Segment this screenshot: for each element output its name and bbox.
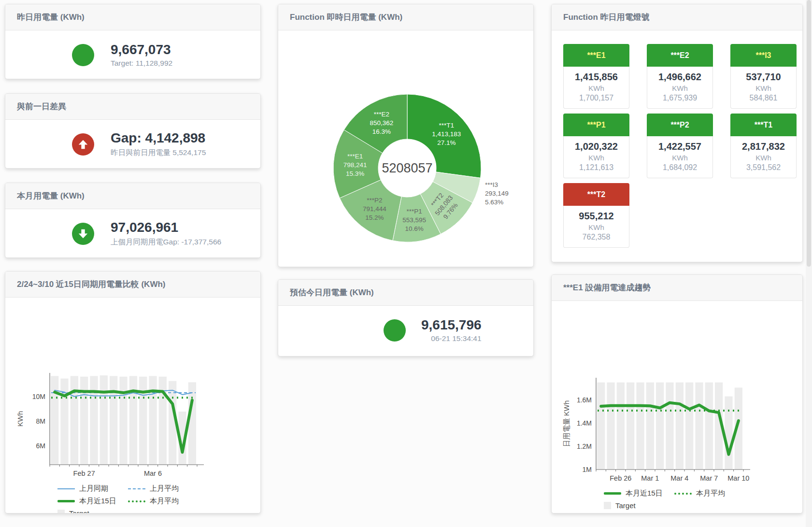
legend-label: Target: [615, 501, 636, 510]
legend-label: 本月平均: [696, 489, 725, 498]
legend-item[interactable]: 本月近15日: [604, 489, 666, 498]
lamp-target-value: 584,861: [733, 94, 794, 102]
y-tick-label: 8M: [36, 417, 45, 425]
lamp-tile: ***T2955,212KWh762,358: [563, 183, 629, 248]
lamp-tile: ***E21,496,662KWh1,675,939: [647, 44, 713, 109]
stat-body: 97,026,961 上個月同期用電Gap: -17,377,566: [5, 209, 260, 258]
e1-trend-line-chart: 1M1.2M1.4M1.6MFeb 26Mar 1Mar 4Mar 7Mar 1…: [561, 372, 774, 484]
target-bar: [685, 383, 693, 470]
y-axis-title: KWh: [16, 411, 24, 427]
legend-item[interactable]: 本月平均: [128, 497, 190, 506]
card-title: ***E1 設備用電達成趨勢: [552, 275, 802, 301]
day-gap-subtitle: 昨日與前日用電量 5,524,175: [111, 148, 206, 158]
legend-item[interactable]: 上月平均: [128, 484, 190, 493]
lamp-tile-body: 1,415,856KWh1,700,157: [563, 67, 629, 109]
target-bar: [51, 376, 58, 465]
lamp-value: 1,415,856: [566, 71, 627, 83]
lamp-unit: KWh: [566, 154, 627, 162]
lamp-tile-header: ***E1: [563, 44, 629, 67]
target-bar: [149, 376, 157, 465]
lamp-value: 2,817,832: [733, 141, 794, 152]
target-bar: [705, 383, 713, 470]
lamp-tile-header: ***T1: [730, 114, 797, 136]
lamp-value: 537,710: [733, 71, 794, 83]
target-bar: [159, 377, 167, 465]
target-bar: [188, 382, 196, 465]
y-tick-label: 1.2M: [577, 442, 592, 450]
x-tick-label: Mar 4: [670, 474, 688, 482]
y-tick-label: 10M: [32, 393, 45, 400]
lamp-target-value: 762,358: [566, 233, 627, 242]
donut-slice-label: ***I3293,1495.63%: [484, 181, 508, 206]
lamp-tile: ***I3537,710KWh584,861: [730, 44, 797, 109]
stat-body: 9,667,073 Target: 11,128,992: [5, 30, 260, 79]
legend-label: 上月同期: [79, 484, 108, 493]
target-bar: [695, 383, 703, 470]
target-bar: [71, 376, 78, 465]
lamp-value: 1,020,322: [566, 141, 627, 152]
legend-line-swatch-icon: [128, 488, 145, 489]
x-tick-label: Mar 7: [700, 474, 718, 482]
target-bar: [676, 383, 684, 470]
vertical-scrollbar[interactable]: [806, 0, 812, 527]
lamp-unit: KWh: [566, 84, 627, 92]
legend-label: 本月平均: [150, 497, 179, 506]
card-lamp-status: Function 昨日用電燈號 ***E11,415,856KWh1,700,1…: [551, 4, 803, 262]
card-estimate-today: 預估今日用電量 (KWh) 9,615,796 06-21 15:34:41: [278, 279, 534, 356]
legend-label: 上月平均: [150, 484, 179, 493]
x-tick-label: Mar 6: [144, 470, 162, 477]
estimate-today-value: 9,615,796: [421, 317, 482, 333]
lamp-grid: ***E11,415,856KWh1,700,157***E21,496,662…: [552, 30, 802, 248]
target-bar: [100, 375, 108, 465]
legend-label: Target: [69, 509, 89, 513]
legend-item[interactable]: 本月近15日: [57, 497, 119, 506]
legend-item[interactable]: Target: [57, 509, 119, 513]
target-bar: [725, 396, 732, 470]
lamp-tile-body: 2,817,832KWh3,591,562: [730, 136, 797, 178]
target-bar: [666, 383, 673, 470]
status-ok-icon: [384, 319, 406, 342]
lamp-tile-body: 955,212KWh762,358: [563, 206, 629, 248]
lamp-tile: ***P21,422,557KWh1,684,092: [647, 114, 713, 178]
lamp-tile: ***T12,817,832KWh3,591,562: [730, 114, 797, 178]
legend-line-swatch-icon: [128, 500, 145, 502]
lamp-tile-header: ***P2: [647, 114, 713, 136]
stat-body: Gap: 4,142,898 昨日與前日用電量 5,524,175: [5, 120, 260, 169]
card-e1-trend-chart: ***E1 設備用電達成趨勢 1M1.2M1.4M1.6MFeb 26Mar 1…: [551, 274, 803, 513]
lamp-target-value: 1,684,092: [649, 163, 711, 172]
scrollbar-thumb[interactable]: [807, 0, 811, 267]
legend-item[interactable]: Target: [604, 501, 666, 510]
target-bar: [139, 377, 147, 465]
lamp-tile-body: 1,020,322KWh1,121,613: [563, 136, 629, 178]
lamp-unit: KWh: [649, 154, 711, 162]
legend-box-swatch-icon: [57, 510, 65, 513]
lamp-tile-header: ***P1: [563, 114, 629, 136]
legend-item[interactable]: 上月同期: [57, 484, 119, 493]
y-tick-label: 1.6M: [577, 396, 592, 404]
card-month-usage: 本月用電量 (KWh) 97,026,961 上個月同期用電Gap: -17,3…: [5, 183, 261, 258]
y-tick-label: 1M: [583, 466, 592, 473]
lamp-target-value: 1,121,613: [566, 163, 627, 172]
target-bar: [656, 383, 664, 470]
target-bar: [110, 376, 117, 465]
legend-item[interactable]: 本月平均: [674, 489, 736, 498]
lamp-unit: KWh: [733, 154, 794, 162]
trend-chart-legend: 本月近15日本月平均Target: [604, 489, 802, 510]
lamp-value: 955,212: [566, 211, 627, 222]
arrow-up-icon: [72, 133, 94, 156]
lamp-tile-header: ***T2: [563, 183, 629, 206]
legend-line-swatch-icon: [57, 488, 75, 489]
target-bar: [617, 383, 625, 470]
estimate-timestamp: 06-21 15:34:41: [421, 334, 482, 343]
lamp-tile-header: ***E2: [647, 44, 713, 67]
arrow-down-icon: [72, 223, 94, 245]
card-title: 2/24~3/10 近15日同期用電量比較 (KWh): [5, 271, 260, 298]
x-tick-label: Mar 1: [641, 474, 659, 482]
card-title: 與前一日差異: [5, 94, 260, 120]
yesterday-usage-value: 9,667,073: [111, 42, 172, 57]
month-usage-value: 97,026,961: [111, 220, 221, 235]
legend-line-swatch-icon: [57, 500, 75, 502]
target-bar: [119, 377, 127, 465]
lamp-tile: ***E11,415,856KWh1,700,157: [563, 44, 629, 109]
x-tick-label: Feb 27: [73, 470, 95, 477]
